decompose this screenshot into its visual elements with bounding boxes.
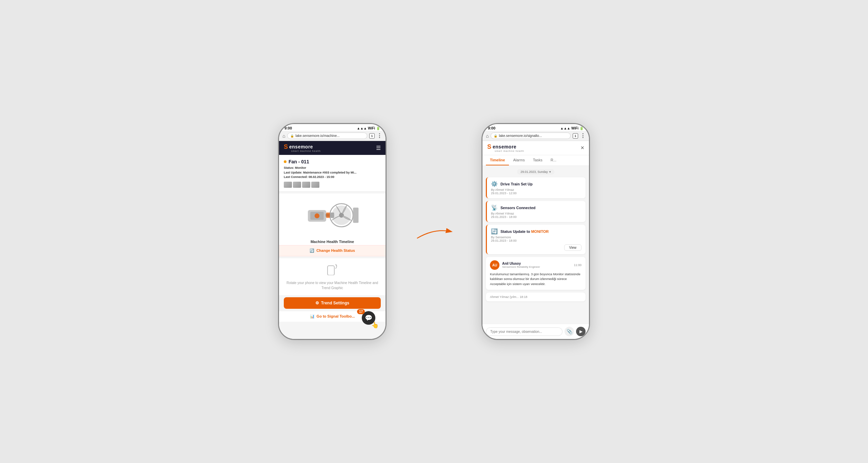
machine-header: Fan - 011 Status: Monitor Last Update: M…	[279, 155, 386, 192]
svg-rect-10	[328, 266, 334, 275]
view-button[interactable]: View	[564, 244, 582, 251]
right-tab-icon[interactable]: 1	[573, 133, 578, 139]
card-3-header: 🔄 Status Update to MONITOR	[491, 228, 581, 235]
message-bar: 📎 ▶	[482, 324, 589, 339]
right-tagline: smart machine health	[495, 150, 524, 152]
thumb-1	[284, 182, 292, 188]
tab-more[interactable]: R...	[547, 155, 560, 165]
arrow-svg	[414, 221, 454, 242]
right-signal-icons: ▲▲▲ WiFi 🔋	[560, 126, 584, 130]
last-update-label: Last Update:	[284, 171, 302, 174]
last-update-value: Maintenance #003 completed by Mi...	[303, 171, 357, 174]
card-2-icon: 📡	[491, 204, 498, 211]
machine-name: Fan - 011	[289, 159, 309, 164]
signal-icon: 📊	[310, 314, 315, 319]
date-text: 29.01.2023, Sunday	[520, 170, 548, 174]
rotate-phone-icon	[326, 263, 338, 278]
comment-text: Kurulumunuz tamamlanmış. 3 gün boyunca M…	[490, 272, 581, 286]
right-more-icon[interactable]: ⋮	[580, 133, 586, 139]
right-lock-icon: 🔒	[494, 134, 497, 138]
tab-alarms[interactable]: Alarms	[509, 155, 529, 165]
trend-settings-label: Trend Settings	[321, 301, 349, 305]
trend-settings-button[interactable]: ⚙ Trend Settings	[284, 297, 381, 309]
tab-timeline[interactable]: Timeline	[486, 155, 509, 165]
card-3-title: Status Update to MONITOR	[500, 229, 549, 234]
left-more-icon[interactable]: ⋮	[377, 133, 382, 139]
monitor-highlight: MONITOR	[531, 229, 549, 234]
right-battery-icon: 🔋	[579, 126, 584, 130]
right-logo-s: S	[487, 144, 491, 150]
thumb-3	[302, 182, 310, 188]
left-signal-icons: ▲▲▲ WiFi 🔋	[357, 126, 380, 130]
lock-icon: 🔒	[290, 134, 294, 138]
left-logo-text: ensemore	[289, 144, 313, 149]
right-url-bar[interactable]: 🔒 lake.sensemore.io/signalto...	[491, 133, 571, 139]
card-2-by: By Ahmet Yılmaz	[491, 212, 581, 215]
status-value: Monitor	[295, 166, 306, 169]
left-phone: 9:00 ▲▲▲ WiFi 🔋 ⌂ 🔒 lake.sensemore.io/ma…	[278, 123, 387, 340]
left-status-bar: 9:00 ▲▲▲ WiFi 🔋	[279, 124, 386, 131]
svg-point-7	[315, 213, 319, 218]
right-logo: S ensemore smart machine health	[487, 144, 524, 152]
message-input[interactable]	[486, 327, 563, 336]
right-home-icon[interactable]: ⌂	[486, 133, 489, 139]
hamburger-icon[interactable]: ☰	[376, 145, 381, 151]
signal-bar-icon: ▲▲▲	[357, 126, 367, 130]
thumbnail-row	[284, 182, 381, 188]
arrow-connector	[414, 221, 454, 242]
card-3-by: By Sensemore	[491, 236, 581, 239]
send-icon: ▶	[579, 329, 583, 334]
right-url-text: lake.sensemore.io/signalto...	[499, 134, 542, 138]
card-2-time: 29.01.2023 - 18:00	[491, 215, 581, 219]
status-label: Status:	[284, 166, 294, 169]
card-2-title: Sensors Connected	[500, 206, 535, 210]
card-1-header: ⚙️ Drive Train Set Up	[491, 181, 581, 187]
card-1-title: Drive Train Set Up	[500, 182, 533, 186]
right-app-header: S ensemore smart machine health ×	[482, 141, 589, 155]
send-button[interactable]: ▶	[576, 327, 586, 336]
change-health-label: Change Health Status	[316, 248, 355, 253]
left-url-bar[interactable]: 🔒 lake.sensemore.io/machine...	[287, 133, 367, 139]
card-2-header: 📡 Sensors Connected	[491, 204, 581, 211]
attach-button[interactable]: 📎	[565, 327, 574, 336]
last-connected-value: 08.02.2023 - 15:00	[309, 175, 334, 179]
commenter-avatar: AU	[490, 260, 499, 270]
timeline-section-title: Machine Health Timeline	[279, 237, 386, 245]
status-dot	[284, 160, 287, 163]
wifi-icon: WiFi	[368, 126, 375, 130]
right-browser-bar: ⌂ 🔒 lake.sensemore.io/signalto... 1 ⋮	[482, 131, 589, 141]
card-1-by: By Ahmet Yılmaz	[491, 188, 581, 192]
rotate-hint-area: Rotate your phone to view your Machine H…	[279, 258, 386, 295]
left-logo-s: S	[284, 144, 288, 150]
last-connected-label: Last Connected:	[284, 175, 308, 179]
change-health-button[interactable]: 🔄 Change Health Status	[279, 245, 386, 256]
left-app-header: S ensemore smart machine health ☰	[279, 141, 386, 155]
right-logo-text: ensemore	[493, 144, 516, 149]
left-tab-icon[interactable]: 1	[369, 133, 375, 139]
tab-tasks[interactable]: Tasks	[529, 155, 547, 165]
thumb-2	[293, 182, 301, 188]
right-wifi-icon: WiFi	[571, 126, 578, 130]
home-icon[interactable]: ⌂	[282, 133, 285, 139]
paperclip-icon: 📎	[567, 329, 572, 334]
comment-card: AU Anil Ulusoy Sensemore Reliability Eng…	[486, 257, 586, 290]
close-icon[interactable]: ×	[580, 144, 584, 152]
card-1-icon: ⚙️	[491, 181, 498, 187]
timeline-content: 29.01.2023, Sunday ▾ ⚙️ Drive Train Set …	[482, 166, 589, 305]
card-3-time: 29.01.2023 - 18:00	[491, 239, 581, 242]
svg-rect-8	[326, 212, 330, 218]
machine-name-row: Fan - 011	[284, 159, 381, 164]
comment-time: 11:00	[574, 263, 581, 267]
left-url-text: lake.sensemore.io/machine...	[295, 134, 339, 138]
right-time: 9:00	[488, 126, 495, 130]
date-badge: 29.01.2023, Sunday ▾	[486, 169, 586, 175]
timeline-card-1: ⚙️ Drive Train Set Up By Ahmet Yılmaz 29…	[486, 177, 586, 198]
rotate-hint-text: Rotate your phone to view your Machine H…	[284, 280, 381, 290]
battery-icon: 🔋	[376, 126, 380, 130]
machine-image-area	[279, 194, 386, 237]
signal-toolbox-label: Go to Signal Toolbo...	[317, 314, 355, 318]
right-status-bar: 9:00 ▲▲▲ WiFi 🔋	[482, 124, 589, 131]
view-btn-row: View	[491, 244, 581, 251]
cursor-icon: 👆	[371, 321, 379, 329]
right-phone-content: 29.01.2023, Sunday ▾ ⚙️ Drive Train Set …	[482, 166, 589, 324]
